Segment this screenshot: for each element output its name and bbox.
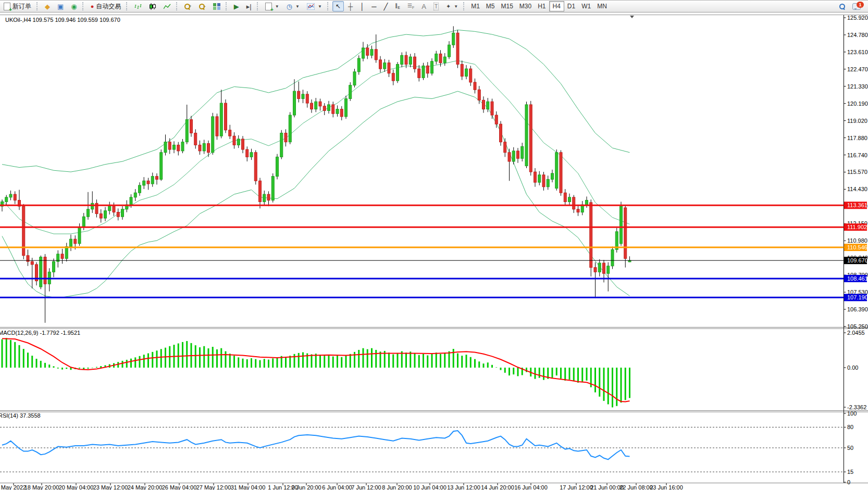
- time-axis-label: 7 Jun 12:00: [351, 484, 381, 490]
- line-chart-button[interactable]: [160, 1, 174, 11]
- horizontal-line-objects[interactable]: [0, 205, 844, 297]
- macd-axis[interactable]: [844, 333, 846, 407]
- text-tool-button[interactable]: A: [418, 1, 429, 11]
- candle: [289, 115, 291, 142]
- candle: [220, 103, 222, 136]
- text-label-tool-button[interactable]: T: [430, 1, 442, 11]
- new-chart-button[interactable]: ▼: [262, 1, 282, 11]
- price-axis-label: 121.330: [847, 83, 868, 90]
- timeframe-m30-button[interactable]: M30: [516, 2, 535, 11]
- timeframe-mn-button[interactable]: MN: [594, 2, 610, 11]
- price-axis-label: 123.610: [847, 49, 868, 55]
- search-icon[interactable]: [839, 4, 845, 9]
- time-axis-label: 6 Jun 04:00: [322, 484, 352, 490]
- candle: [435, 54, 438, 61]
- arrow-objects-icon: ✦: [446, 3, 451, 10]
- candle: [439, 54, 442, 62]
- time-axis-label: 16 Jun 04:00: [514, 484, 548, 490]
- new-order-button[interactable]: 新订单: [1, 1, 34, 11]
- toolbar-separator: [176, 2, 179, 10]
- profiles-button[interactable]: ◷▼: [283, 1, 303, 11]
- vertical-line-tool-button[interactable]: │: [357, 1, 367, 11]
- timeframe-h4-button[interactable]: H4: [549, 1, 564, 11]
- candle: [529, 105, 532, 172]
- crosshair-tool-button[interactable]: ┼: [345, 1, 356, 11]
- candle: [280, 133, 283, 157]
- price-axis-label: 122.470: [847, 66, 868, 72]
- indicators-button[interactable]: ▼: [304, 1, 325, 11]
- channel-tool-button[interactable]: ∥E: [392, 1, 403, 11]
- bar-chart-button[interactable]: [131, 1, 145, 11]
- toolbar-separator: [327, 2, 330, 10]
- time-axis-label: May 2022: [1, 484, 26, 490]
- timeframe-m1-button[interactable]: M1: [468, 2, 483, 11]
- candle: [121, 209, 124, 217]
- candle: [44, 257, 46, 284]
- timeframe-h1-button[interactable]: H1: [535, 2, 549, 11]
- horizontal-line-tool-button[interactable]: ─: [368, 1, 379, 11]
- candle: [594, 268, 597, 272]
- candle: [177, 145, 180, 150]
- zoom-out-icon: [199, 4, 205, 9]
- candle: [53, 261, 55, 272]
- price-axis-label: 119.020: [847, 118, 867, 124]
- arrows-tool-button[interactable]: ✦▼: [443, 1, 461, 11]
- candle: [362, 48, 365, 58]
- timeframe-w1-button[interactable]: W1: [578, 2, 594, 11]
- candle: [409, 57, 412, 64]
- cursor-arrow-icon: ↖: [336, 3, 341, 10]
- cursor-tool-button[interactable]: ↖: [332, 1, 344, 11]
- new-order-icon: [4, 3, 10, 10]
- toolbar-separator: [257, 2, 260, 10]
- tile-windows-button[interactable]: [210, 1, 224, 11]
- rsi-axis[interactable]: [844, 413, 846, 482]
- fibonacci-tool-button[interactable]: ☰F: [404, 1, 417, 11]
- price-axis-label: 105.250: [847, 323, 868, 330]
- chevron-down-icon: ▼: [275, 4, 279, 9]
- zoom-out-button[interactable]: −: [196, 1, 209, 11]
- timeframe-m15-button[interactable]: M15: [498, 2, 516, 11]
- timeframe-m5-button[interactable]: M5: [483, 2, 498, 11]
- candle: [422, 66, 425, 78]
- candle: [603, 263, 605, 273]
- auto-scroll-button[interactable]: ▶: [231, 1, 242, 11]
- zoom-in-icon: [184, 4, 190, 9]
- autotrading-icon: ●: [91, 3, 94, 10]
- candle: [151, 177, 154, 184]
- candle: [229, 130, 231, 136]
- candlestick-chart-button[interactable]: [146, 1, 159, 11]
- candle: [508, 153, 511, 161]
- trendline-tool-button[interactable]: ╱: [380, 1, 391, 11]
- macd-indicator-label: MACD(12,26,9) -1.7792 -1.9521: [0, 330, 80, 336]
- time-axis-label: 2 Jun 20:00: [291, 484, 321, 490]
- candle: [482, 100, 485, 109]
- candle: [173, 145, 176, 149]
- candle: [91, 203, 94, 209]
- macd-axis-label: -2.3362: [847, 404, 866, 410]
- time-axis-label: 8 Jun 20:00: [382, 484, 412, 490]
- candle: [284, 133, 287, 142]
- chevron-down-icon: ▼: [454, 4, 458, 9]
- candle: [267, 194, 270, 200]
- price-axis-label: 114.430: [847, 186, 867, 192]
- candle: [525, 105, 528, 166]
- market-button[interactable]: ◆: [42, 1, 53, 11]
- candle: [607, 266, 610, 273]
- candle: [168, 142, 171, 149]
- timeframe-d1-button[interactable]: D1: [564, 2, 578, 11]
- rsi-line: [2, 431, 630, 459]
- autotrading-button[interactable]: ● 自动交易: [88, 1, 125, 11]
- candle: [396, 65, 399, 81]
- chart-canvas[interactable]: 125.920124.780123.610122.470121.330120.1…: [0, 1, 868, 490]
- candle: [383, 63, 386, 69]
- zoom-in-button[interactable]: +: [181, 1, 194, 11]
- signals-button[interactable]: ◉: [68, 1, 80, 11]
- new-chart-icon: [265, 3, 272, 10]
- candle: [495, 115, 498, 124]
- chart-shift-marker[interactable]: [630, 16, 634, 18]
- hosting-button[interactable]: ▣: [54, 1, 67, 11]
- chat-icon[interactable]: 1: [852, 3, 861, 10]
- order-group: 新订单: [0, 1, 35, 12]
- candle: [465, 69, 468, 76]
- chart-shift-button[interactable]: ▸|: [243, 1, 255, 11]
